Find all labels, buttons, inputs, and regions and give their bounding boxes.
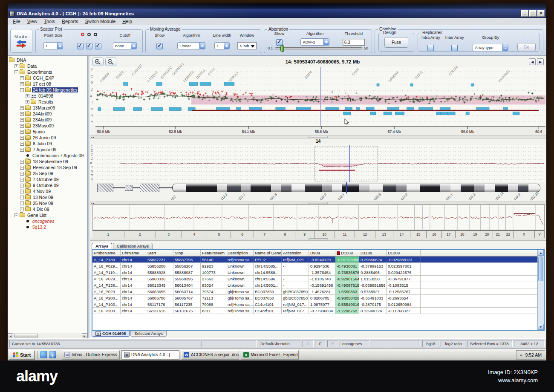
- task-button[interactable]: WACCIONES a seguir .doc ...: [181, 350, 239, 360]
- point-size-select[interactable]: 1: [43, 42, 63, 49]
- tree-item[interactable]: +13 Nov 09: [8, 194, 87, 200]
- splitter-arrows-icon[interactable]: ▲▼: [91, 202, 94, 205]
- channel-checkbox-3[interactable]: [95, 43, 101, 49]
- tree-expander[interactable]: −: [14, 213, 18, 217]
- tree-expander[interactable]: +: [20, 136, 24, 140]
- table-row[interactable]: A_16_P200...chr14560857085608576772113gb…: [92, 295, 537, 301]
- column-header[interactable]: ProbeName: [92, 250, 121, 256]
- scroll-thumb[interactable]: [14, 334, 38, 337]
- tree-expander[interactable]: +: [20, 82, 24, 86]
- splitter-grip[interactable]: [309, 136, 328, 138]
- scroll-right-icon[interactable]: ►: [82, 333, 87, 338]
- channel-checkbox-1[interactable]: [77, 43, 84, 49]
- scroll-track[interactable]: [13, 333, 82, 338]
- fuse-button[interactable]: Fuse: [384, 37, 408, 48]
- tree-expander[interactable]: +: [20, 142, 24, 146]
- table-row[interactable]: A_16_P029...chr14559603365596039527663Un…: [92, 276, 537, 282]
- table-row[interactable]: A_16_P029...chr14560636555606371479574gb…: [92, 288, 537, 295]
- tab-calibration-arrays[interactable]: Calibration Arrays: [113, 243, 153, 249]
- prev-region-button[interactable]: ◀: [529, 58, 536, 65]
- mode-button[interactable]: Mode: [10, 29, 32, 53]
- table-row[interactable]: A_16_P029...chr14558562085585626792923Un…: [92, 263, 537, 269]
- task-button[interactable]: ¤DNA Analytics 4.0 - [ ...: [121, 350, 179, 360]
- tree-expander[interactable]: +: [26, 100, 29, 104]
- tree-expander[interactable]: +: [20, 172, 24, 176]
- tree-expander[interactable]: +: [20, 196, 24, 199]
- window-titlebar[interactable]: DNA Analytics 4.0 - [ CGH ]: 24 feb 09 N…: [8, 9, 546, 18]
- tree-item[interactable]: +26 Junio 09: [8, 135, 87, 141]
- zoom-in-button[interactable]: [92, 58, 104, 66]
- genome-plot[interactable]: [92, 205, 545, 230]
- table-row[interactable]: A_14_P138...chr14560133455601340493024Un…: [92, 282, 537, 288]
- scroll-down-icon[interactable]: ▼: [538, 324, 544, 330]
- column-header[interactable]: Stop: [173, 250, 201, 256]
- tree-item[interactable]: +5junio: [8, 129, 87, 135]
- scroll-track[interactable]: [538, 256, 544, 324]
- tree-item[interactable]: +23Abril09: [8, 117, 87, 123]
- table-vertical-scrollbar[interactable]: ▲ ▼: [537, 250, 544, 330]
- tree-expander[interactable]: +: [20, 202, 24, 205]
- menu-reports[interactable]: Reports: [58, 18, 82, 24]
- group-by-select[interactable]: Array type: [473, 44, 508, 51]
- zoom-out-button[interactable]: [105, 58, 116, 66]
- panel-divider[interactable]: ▲▼: [90, 202, 546, 205]
- tree-item[interactable]: +25 Nov 09: [8, 200, 87, 206]
- panel-divider[interactable]: [90, 238, 546, 241]
- threshold-input[interactable]: 6.3: [343, 39, 365, 46]
- chromosome-plot[interactable]: +4+3+2+10-1-2-3-4: [90, 145, 545, 182]
- ab-algorithm-select[interactable]: ADM-2: [300, 38, 329, 46]
- tree-item[interactable]: +Reescaneo 18 Sep 09: [8, 164, 87, 170]
- tree-expander[interactable]: +: [20, 178, 24, 182]
- tree-item[interactable]: +8 Julio 09: [8, 141, 87, 147]
- cutoff-select[interactable]: none: [113, 42, 137, 49]
- scroll-left-icon[interactable]: ◄: [8, 333, 13, 338]
- tree-item[interactable]: +13Marzo09: [8, 105, 87, 111]
- tree-item[interactable]: +4 Dic 09: [8, 206, 87, 212]
- chromosome-ideogram[interactable]: [90, 182, 546, 194]
- tree-expander[interactable]: +: [20, 184, 24, 187]
- quick-launch-icon[interactable]: [40, 351, 47, 358]
- chromosome-plot-canvas[interactable]: [95, 145, 545, 182]
- tree-item[interactable]: oncogenes: [8, 218, 87, 224]
- slider-thumb[interactable]: [280, 45, 284, 52]
- genome-plot-canvas[interactable]: [93, 205, 544, 230]
- tray-chevron-icon[interactable]: «: [520, 352, 522, 357]
- tree-expander[interactable]: +: [20, 208, 24, 211]
- minimize-button[interactable]: _: [521, 10, 528, 17]
- tree-item[interactable]: DNA: [8, 57, 87, 63]
- menu-help[interactable]: Help: [119, 18, 136, 24]
- tree-expander[interactable]: +: [26, 94, 29, 98]
- column-header[interactable]: ChrName: [121, 250, 146, 256]
- splitter-arrows-icon[interactable]: ▲▼: [91, 136, 94, 138]
- start-button[interactable]: Start: [9, 350, 35, 360]
- scatter-plot-canvas[interactable]: [95, 67, 545, 126]
- table-row[interactable]: A_14_P119...chr145588892855888987100773U…: [92, 269, 537, 276]
- tree-item[interactable]: Confirmacion 7 Agosto 09: [8, 153, 87, 159]
- column-header[interactable]: D1009: [335, 250, 359, 256]
- splitter-grip[interactable]: [309, 202, 328, 204]
- scroll-thumb[interactable]: [538, 257, 543, 281]
- column-header[interactable]: D1309: [387, 250, 421, 256]
- tree-expander[interactable]: +: [20, 118, 24, 122]
- tree-expander[interactable]: +: [20, 130, 24, 134]
- channel-checkbox-2[interactable]: [86, 43, 92, 49]
- tree-expander[interactable]: −: [20, 88, 24, 92]
- line-width-select[interactable]: 1: [214, 42, 230, 49]
- tree-item[interactable]: +7 Octubre 09: [8, 176, 87, 182]
- column-header[interactable]: FeatureNum: [201, 250, 226, 256]
- table-row[interactable]: A_14_P139...chr14558377375583779656140re…: [92, 257, 537, 263]
- tree-item[interactable]: 5q13.2: [8, 224, 87, 230]
- tree-item[interactable]: −Gene List: [8, 212, 87, 218]
- tree-expander[interactable]: +: [20, 76, 24, 80]
- tree-expander[interactable]: +: [20, 166, 24, 170]
- go-button[interactable]: Go: [517, 43, 536, 51]
- menu-tools[interactable]: Tools: [40, 18, 58, 24]
- menu-file[interactable]: File: [9, 18, 24, 24]
- tree-expander[interactable]: −: [14, 70, 18, 74]
- column-header[interactable]: Description: [226, 250, 254, 256]
- tree-item[interactable]: +Data: [8, 63, 87, 69]
- menu-view[interactable]: View: [24, 18, 41, 24]
- window-select[interactable]: .5 Mb: [237, 42, 257, 49]
- close-button[interactable]: ✕: [537, 10, 545, 17]
- tree-item[interactable]: +24Abril09: [8, 111, 87, 117]
